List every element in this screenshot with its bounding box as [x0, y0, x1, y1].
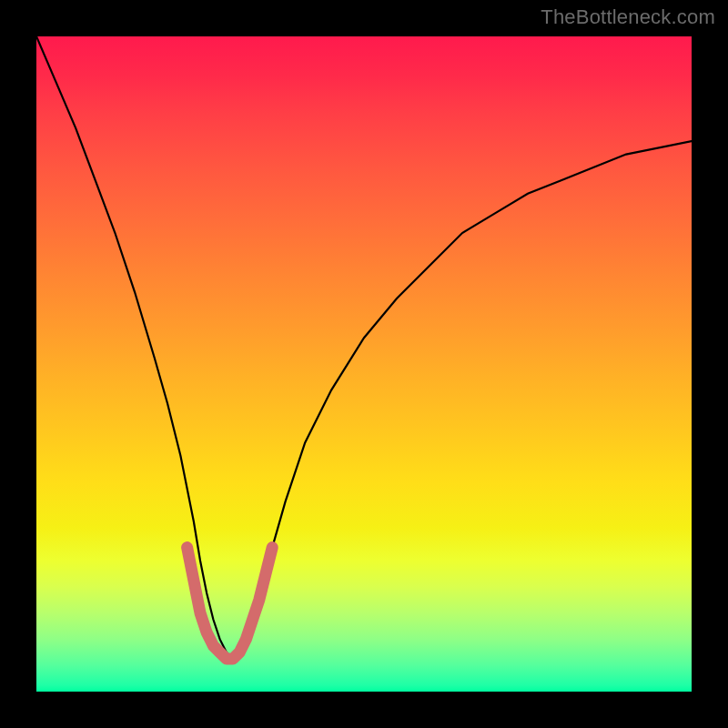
- bottleneck-curve: [36, 36, 692, 659]
- watermark-text: TheBottleneck.com: [541, 5, 715, 29]
- chart-svg: [36, 36, 692, 692]
- chart-frame: TheBottleneck.com: [0, 0, 728, 728]
- valley-marker: [187, 548, 273, 659]
- plot-area: [36, 36, 692, 692]
